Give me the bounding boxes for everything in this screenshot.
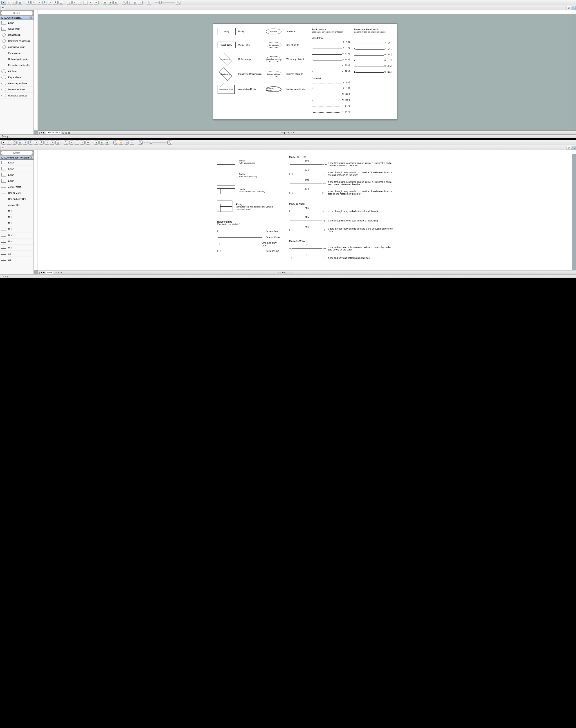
- sidebar-shape-item[interactable]: Recursive relationship: [0, 62, 33, 68]
- connector-tool-5[interactable]: ┗: [45, 141, 49, 145]
- connector-tool-3[interactable]: ┗: [37, 1, 41, 5]
- sidebar-shape-item[interactable]: M:M: [0, 233, 33, 239]
- sidebar-shape-item[interactable]: One and only One: [0, 196, 33, 202]
- page-nav-icon[interactable]: ‖: [39, 131, 40, 134]
- zoom-in[interactable]: 🔍: [167, 141, 172, 145]
- line-tool-1[interactable]: ╲: [67, 1, 71, 5]
- grid-view-btn[interactable]: ⊞: [567, 6, 571, 10]
- line-tool-1[interactable]: ╲: [64, 141, 68, 145]
- rect-tool[interactable]: ▭: [7, 1, 11, 5]
- view-mode-2[interactable]: ▥: [58, 271, 60, 274]
- group-tool-1[interactable]: ▣: [103, 1, 107, 5]
- connector-tool-1[interactable]: ┗: [26, 1, 31, 5]
- page[interactable]: Entity Entity Attribute Attribute Weak E…: [213, 23, 397, 120]
- connector-tool-7[interactable]: ◫: [58, 1, 63, 5]
- zoom-out[interactable]: 🔍: [138, 141, 143, 145]
- group-tool-2[interactable]: ▣: [99, 141, 104, 145]
- zoom-out[interactable]: 🔍: [147, 1, 151, 5]
- sidebar-shape-item[interactable]: Zero or More: [0, 184, 33, 190]
- view-mode-3[interactable]: ▦: [60, 271, 62, 274]
- sidebar-shape-item[interactable]: M:M: [0, 239, 33, 245]
- connector-tool-4[interactable]: ┗: [42, 1, 47, 5]
- sidebar-shape-item[interactable]: Optional participation: [0, 56, 33, 62]
- group-tool-3[interactable]: ▣: [105, 141, 109, 145]
- panel-close-icon[interactable]: ×: [29, 156, 32, 159]
- group-tool-2[interactable]: ▣: [108, 1, 113, 5]
- line-tool-5[interactable]: ⇅: [89, 1, 93, 5]
- zoom-slider[interactable]: [146, 142, 167, 143]
- line-tool-3[interactable]: ⤴: [75, 141, 79, 145]
- zoom-level[interactable]: 75% ⇅: [46, 271, 54, 274]
- sidebar-shape-item[interactable]: Key attribute: [0, 74, 33, 81]
- sidebar-shape-item[interactable]: M:M: [0, 245, 33, 251]
- connector-tool-2[interactable]: ┗: [31, 1, 36, 5]
- sidebar-shape-item[interactable]: Identifying relationship: [0, 38, 33, 44]
- canvas-viewport[interactable]: Entity Entity Attribute Attribute Weak E…: [38, 14, 572, 130]
- stamp-tool[interactable]: ▤: [133, 1, 137, 5]
- grid-view-btn[interactable]: ⊞: [567, 146, 571, 150]
- panel-close-icon[interactable]: ×: [29, 17, 32, 19]
- connector-tool-7[interactable]: ◫: [55, 141, 60, 145]
- search-view-btn[interactable]: 🔍: [571, 146, 576, 150]
- panel-header-2[interactable]: ERD, crow's foot notation ×: [0, 156, 33, 160]
- page-2[interactable]: Entity(with no attributes) Entity(with a…: [217, 156, 393, 274]
- search-input[interactable]: [1, 151, 33, 155]
- sidebar-shape-item[interactable]: M:1: [0, 214, 33, 220]
- eyedropper-tool[interactable]: ✎: [138, 1, 143, 5]
- rect-tool[interactable]: ▭: [7, 141, 11, 145]
- sidebar-shape-item[interactable]: Participation: [0, 50, 33, 56]
- sidebar-shape-item[interactable]: 1:1: [0, 257, 33, 263]
- search-view-btn[interactable]: 🔍: [571, 6, 576, 10]
- connector-tool-1[interactable]: ┗: [23, 141, 27, 145]
- canvas-viewport-2[interactable]: Entity(with no attributes) Entity(with a…: [38, 154, 572, 270]
- line-tool-3[interactable]: ⤴: [78, 1, 82, 5]
- table-tool[interactable]: ▦: [18, 1, 22, 5]
- group-tool-3[interactable]: ▣: [113, 1, 118, 5]
- sidebar-shape-item[interactable]: Entity: [0, 160, 33, 166]
- view-mode-3[interactable]: ▦: [68, 131, 70, 134]
- connector-tool-2[interactable]: ┗: [28, 141, 33, 145]
- sidebar-shape-item[interactable]: Zero or One: [0, 202, 33, 208]
- zoom-tool[interactable]: 🔍: [122, 1, 126, 5]
- ellipse-tool[interactable]: ◯: [12, 141, 17, 145]
- connector-tool-4[interactable]: ┗: [39, 141, 44, 145]
- sidebar-shape-item[interactable]: Entity: [0, 172, 33, 178]
- next-page-icon[interactable]: ▶: [43, 131, 45, 134]
- search-input[interactable]: [1, 11, 33, 15]
- zoom-in[interactable]: 🔍: [176, 1, 180, 5]
- sidebar-shape-item[interactable]: 1:1: [0, 251, 33, 257]
- connector-tool-6[interactable]: ┗: [50, 141, 54, 145]
- tree-view-icon[interactable]: ☰: [0, 146, 5, 150]
- line-tool-4[interactable]: ↔: [83, 1, 88, 5]
- prev-page-icon[interactable]: ◀: [41, 271, 42, 274]
- hand-tool[interactable]: ✋: [127, 1, 132, 5]
- pointer-tool[interactable]: ▸: [1, 1, 6, 5]
- zoom-slider[interactable]: [155, 2, 175, 3]
- line-tool-4[interactable]: ↔: [80, 141, 85, 145]
- connector-tool-5[interactable]: ┗: [48, 1, 52, 5]
- prev-page-icon[interactable]: ◀: [41, 131, 42, 134]
- sidebar-shape-item[interactable]: Entity: [0, 20, 33, 26]
- sidebar-shape-item[interactable]: M:1: [0, 220, 33, 226]
- sidebar-shape-item[interactable]: Entity: [0, 178, 33, 184]
- sidebar-shape-item[interactable]: Weak entity: [0, 26, 33, 32]
- sidebar-shape-item[interactable]: Entity: [0, 166, 33, 172]
- line-tool-2[interactable]: ╲: [69, 141, 74, 145]
- view-mode-1[interactable]: ◫: [62, 131, 64, 134]
- ellipse-tool[interactable]: ◯: [12, 1, 17, 5]
- view-mode-2[interactable]: ▥: [65, 131, 67, 134]
- sidebar-shape-item[interactable]: Weak key attribute: [0, 81, 33, 87]
- sidebar-shape-item[interactable]: M:1: [0, 208, 33, 214]
- line-tool-6[interactable]: ⇄: [94, 1, 98, 5]
- connector-tool-6[interactable]: ┗: [53, 1, 58, 5]
- sidebar-shape-item[interactable]: M:1: [0, 226, 33, 233]
- group-tool-1[interactable]: ▣: [94, 141, 98, 145]
- line-tool-5[interactable]: ⇄: [86, 141, 90, 145]
- sidebar-shape-item[interactable]: Relationship: [0, 32, 33, 38]
- page-nav-icon[interactable]: ‖: [39, 271, 40, 274]
- sidebar-shape-item[interactable]: Derived attribute: [0, 87, 33, 93]
- sidebar-shape-item[interactable]: Multivalue attribute: [0, 93, 33, 99]
- eyedropper-tool[interactable]: ✎: [129, 141, 134, 145]
- pointer-tool[interactable]: ▸: [1, 141, 6, 145]
- sidebar-shape-item[interactable]: Associative entity: [0, 44, 33, 50]
